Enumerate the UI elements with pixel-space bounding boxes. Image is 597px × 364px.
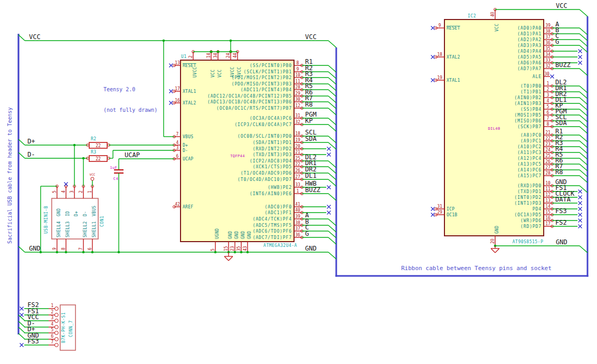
con1-reference[interactable]: CON1 xyxy=(100,216,105,227)
power-label-vcc-right[interactable]: VCC xyxy=(305,33,317,41)
net-label-ic2-DATA[interactable]: DATA xyxy=(555,196,571,203)
net-label-ic2-FS2[interactable]: FS2 xyxy=(555,219,567,226)
net-label-DL1[interactable]: DL1 xyxy=(305,172,317,179)
u1-pin-name-42: AREF xyxy=(183,205,193,209)
pin-end xyxy=(55,338,59,341)
u1-value[interactable]: ATMEGA32U4-A xyxy=(263,243,297,248)
bus-entry xyxy=(328,90,336,97)
bus-entry xyxy=(18,246,25,252)
ic2-pin-name-38: (AD1)PA1 xyxy=(517,32,542,36)
ic2-pin-number-32: 32 xyxy=(545,64,551,69)
net-label-D-[interactable]: D- xyxy=(27,151,35,158)
bus-entry xyxy=(18,152,25,158)
ic2-pin-number-7: 7 xyxy=(547,116,549,121)
power-label-gnd-left[interactable]: GND xyxy=(29,245,41,252)
net-label-ic2-G[interactable]: G xyxy=(555,38,559,45)
u1-pin-name-2: UVCC xyxy=(193,67,197,78)
bus-entry xyxy=(328,118,336,125)
net-label-ic2-R8[interactable]: R8 xyxy=(555,168,563,176)
net-label-UCAP[interactable]: UCAP xyxy=(125,151,140,159)
u1-pin-name-38: (ADC5/TMS)PF5 xyxy=(253,223,292,228)
r2-reference[interactable]: R2 xyxy=(91,137,97,141)
con1-pin-name-6: SHELL1 xyxy=(92,221,97,237)
u1-pin-number-22: 22 xyxy=(295,162,300,167)
ic2-pin-number-23: 23 xyxy=(545,142,551,147)
junction-dot xyxy=(82,251,85,254)
u1-pin-number-39: 39 xyxy=(295,214,300,219)
u1-pin-number-21: 21 xyxy=(295,150,300,155)
ic2-pin-number-27: 27 xyxy=(545,165,551,170)
u1-pin-number-36: 36 xyxy=(295,233,300,237)
net-label-R8[interactable]: R8 xyxy=(305,101,312,108)
net-label-ic2-BUZZ[interactable]: BUZZ xyxy=(555,61,571,69)
ic2-value[interactable]: AT90S8515-P xyxy=(513,240,543,244)
ic2-pin-name-5: (SS)PB4 xyxy=(520,107,542,112)
u1-pin-number-24: 24 xyxy=(226,53,231,58)
conn7-value[interactable]: B7K-PH-K-S1 xyxy=(61,312,66,343)
u1-pin-number-31: 31 xyxy=(295,113,300,118)
conn7-pin-number-7: 7 xyxy=(51,340,54,344)
net-label-SDA[interactable]: SDA xyxy=(305,135,317,142)
u1-pin-number-3: 3 xyxy=(176,146,179,150)
bus-entry xyxy=(18,321,25,327)
net-label-KP[interactable]: KP xyxy=(305,117,312,124)
conn7-pin-number-6: 6 xyxy=(51,334,54,339)
junction-dot xyxy=(247,251,249,254)
bus-entry xyxy=(18,139,25,145)
ic2-pin-number-3: 3 xyxy=(547,93,549,98)
ic2-pin-name-26: (A13)PC5 xyxy=(517,162,542,167)
power-label-vcc-ic2[interactable]: VCC xyxy=(556,2,567,9)
bus-entry xyxy=(580,34,587,41)
net-label-ic2-SDA[interactable]: SDA xyxy=(555,119,567,127)
bus-entry xyxy=(328,72,336,79)
con1-pin-number-4: 4 xyxy=(61,190,66,193)
net-label-ic2-FS3[interactable]: FS3 xyxy=(555,207,567,215)
junction-dot xyxy=(214,251,217,254)
ic2-pin-number-14: 14 xyxy=(545,204,551,209)
ic2-pin-number-6: 6 xyxy=(547,110,549,115)
r3-reference[interactable]: R3 xyxy=(91,150,97,155)
u1-pin-name-34: VCC xyxy=(217,70,222,78)
con1-pin-name-9: SHELL4 xyxy=(56,221,61,237)
c4-value[interactable]: 1uF xyxy=(110,166,117,170)
ic2-pin-number-34: 34 xyxy=(545,52,551,57)
ic2-pin-number-11: 11 xyxy=(545,187,551,191)
u1-pin-name-1: (INT6/AIN0)PE6 xyxy=(250,191,292,196)
power-label-gnd-right[interactable]: GND xyxy=(305,245,317,252)
net-label-D+[interactable]: D+ xyxy=(27,138,35,145)
c4-reference[interactable]: C4 xyxy=(113,177,118,181)
r3-value[interactable]: 22 xyxy=(96,157,101,161)
con1-pin-name-4: ID xyxy=(65,211,70,216)
ic2-pin-name-7: (MISO)PB6 xyxy=(515,119,542,123)
ic2-pin-number-28: 28 xyxy=(545,171,551,176)
ic2-pin-name-10: (RXD)PD0 xyxy=(517,184,542,188)
net-label-G[interactable]: G xyxy=(305,230,309,237)
junction-dot xyxy=(230,40,232,42)
conn7-reference[interactable]: CONN_7 xyxy=(69,320,73,337)
u1-pin-number-43: 43 xyxy=(243,246,248,251)
ic2-pin-number-25: 25 xyxy=(545,154,551,158)
u1-pin-number-6: 6 xyxy=(176,154,179,159)
junction-dot xyxy=(210,51,213,53)
power-label-vcc-left[interactable]: VCC xyxy=(29,33,41,41)
con1-value[interactable]: USB-MINI-B xyxy=(44,206,49,234)
ic2-reference[interactable]: IC2 xyxy=(468,14,476,18)
bus-entry xyxy=(580,45,587,52)
junction-dot xyxy=(91,251,94,254)
power-label-gnd-ic2[interactable]: GND xyxy=(556,238,567,246)
u1-pin-number-37: 37 xyxy=(295,226,300,231)
pin-end xyxy=(55,343,59,347)
pin-end xyxy=(91,177,94,180)
u1-pin-number-8: 8 xyxy=(297,61,299,65)
ic2-pin-number-36: 36 xyxy=(545,41,551,45)
net-label-BUZZ[interactable]: BUZZ xyxy=(305,186,320,194)
u1-pin-number-13: 13 xyxy=(175,61,180,65)
bus-entry xyxy=(580,141,587,148)
u1-pin-number-14: 14 xyxy=(206,53,211,58)
net-label-conn7-FS3[interactable]: FS3 xyxy=(27,338,39,345)
bus-entry xyxy=(328,108,336,115)
u1-reference[interactable]: U1 xyxy=(181,54,187,59)
r2-value[interactable]: 22 xyxy=(96,143,101,148)
ground-symbol xyxy=(224,256,229,261)
u1-pin-name-24: AVCC xyxy=(230,67,235,78)
